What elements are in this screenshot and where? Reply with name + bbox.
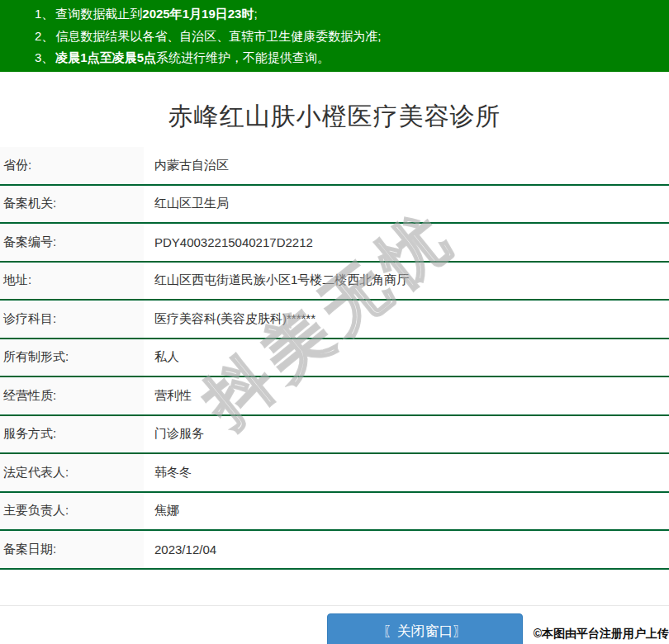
row-label: 经营性质: [0,377,144,414]
row-label: 备案日期: [0,531,144,568]
row-value: 韩冬冬 [144,454,669,491]
table-row-address: 地址: 红山区西屯街道民族小区1号楼二楼西北角商厅 [0,263,669,301]
table-row-principal-person: 主要负责人: 焦娜 [0,493,669,532]
registration-info-table: 省份: 内蒙古自治区 备案机关: 红山区卫生局 备案编号: PDY4003221… [0,147,669,570]
notice-text: ; [254,7,257,21]
row-label: 法定代表人: [0,454,144,491]
table-row-filing-number: 备案编号: PDY40032215040217D2212 [0,224,669,263]
row-value: 红山区西屯街道民族小区1号楼二楼西北角商厅 [144,263,669,300]
table-row-service-mode: 服务方式: 门诊服务 [0,416,669,455]
notice-line-2: 2、信息数据结果以各省、自治区、直辖市卫生健康委数据为准; [35,26,669,48]
page-title: 赤峰红山肤小橙医疗美容诊所 [0,100,669,134]
notice-text: 系统进行维护，不能提供查询。 [156,50,330,64]
row-label: 所有制形式: [0,339,144,376]
row-label: 备案机关: [0,186,144,223]
attribution-watermark: ©本图由平台注册用户上传 [534,627,669,642]
row-value: 2023/12/04 [144,531,669,568]
notice-text: 查询数据截止到 [55,7,142,21]
notice-line-3: 3、凌晨1点至凌晨5点系统进行维护，不能提供查询。 [35,47,669,69]
row-value: 私人 [144,339,669,376]
table-row-business-nature: 经营性质: 营利性 [0,377,669,416]
notice-line-1: 1、查询数据截止到2025年1月19日23时; [35,3,669,26]
row-value: 红山区卫生局 [144,186,669,223]
row-value: 医疗美容科(美容皮肤科)****** [144,301,669,338]
row-value: 焦娜 [144,493,669,530]
notice-text: 信息数据结果以各省、自治区、直辖市卫生健康委数据为准; [55,29,381,43]
table-row-ownership-form: 所有制形式: 私人 [0,339,669,378]
footer-divider [0,605,669,606]
notice-text-bold: 2025年1月19日23时 [142,7,254,21]
row-value: 内蒙古自治区 [144,147,669,184]
notice-banner: 1、查询数据截止到2025年1月19日23时; 2、信息数据结果以各省、自治区、… [0,0,669,72]
row-label: 诊疗科目: [0,301,144,338]
table-row-filing-authority: 备案机关: 红山区卫生局 [0,186,669,225]
row-value: 门诊服务 [144,416,669,453]
notice-line-number: 1、 [35,7,54,21]
close-window-button[interactable]: 〖关闭窗口〗 [327,613,523,644]
table-row-filing-date: 备案日期: 2023/12/04 [0,531,669,570]
row-label: 地址: [0,263,144,300]
row-label: 服务方式: [0,416,144,453]
row-value: PDY40032215040217D2212 [144,224,669,261]
table-row-legal-representative: 法定代表人: 韩冬冬 [0,454,669,493]
row-label: 省份: [0,147,144,184]
table-row-treatment-subjects: 诊疗科目: 医疗美容科(美容皮肤科)****** [0,301,669,339]
row-label: 备案编号: [0,224,144,261]
notice-line-number: 3、 [35,50,54,64]
row-value: 营利性 [144,377,669,414]
notice-text-bold: 凌晨1点至凌晨5点 [55,50,156,64]
table-row-province: 省份: 内蒙古自治区 [0,147,669,186]
row-label: 主要负责人: [0,493,144,530]
notice-line-number: 2、 [35,29,54,43]
